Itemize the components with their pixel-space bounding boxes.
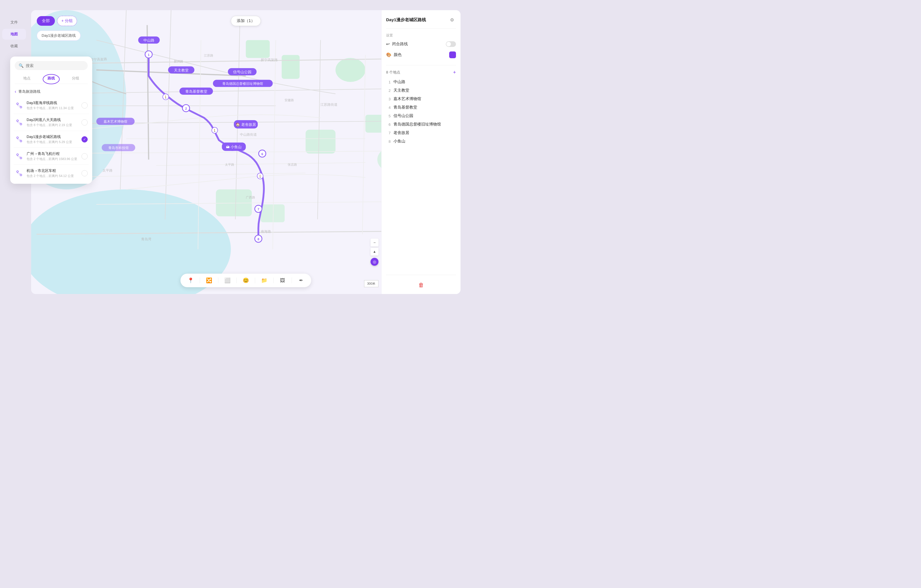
color-swatch[interactable] xyxy=(449,52,456,58)
route-select[interactable] xyxy=(81,153,88,159)
closed-route-toggle[interactable] xyxy=(446,41,456,47)
points-count: 8 个地点 xyxy=(386,70,400,75)
sidebar-tab-路线[interactable]: 路线 xyxy=(39,73,63,84)
svg-point-83 xyxy=(17,120,18,122)
point-item: 3 嘉木艺术博物馆 xyxy=(386,96,456,101)
point-number: 4 xyxy=(386,106,391,110)
point-item: 1 中山路 xyxy=(386,80,456,84)
route-select[interactable] xyxy=(81,119,88,125)
cat-item-地图[interactable]: 地图 xyxy=(2,29,26,40)
route-item[interactable]: Day2闲逛八大关路线 包含 8 个地点，距离约 2.19 公里 xyxy=(13,114,89,131)
zoom-minus-button[interactable]: − xyxy=(371,239,379,247)
location-button[interactable]: ◎ xyxy=(371,258,379,266)
emoji-icon[interactable]: 😊 xyxy=(242,277,249,284)
svg-text:青岛德国总督楼旧址博物馆: 青岛德国总督楼旧址博物馆 xyxy=(222,82,263,85)
svg-text:天主教堂: 天主教堂 xyxy=(174,68,189,72)
point-name: 老舍故居 xyxy=(394,130,409,135)
svg-text:青岛湾: 青岛湾 xyxy=(141,237,151,241)
svg-text:中山路: 中山路 xyxy=(143,39,155,42)
route-name: Day2闲逛八大关路线 xyxy=(27,117,79,122)
point-item: 2 天主教堂 xyxy=(386,88,456,93)
toolbar-divider xyxy=(255,278,255,283)
nav-title: 青岛旅游路线 xyxy=(18,89,41,94)
sidebar-tab-分组[interactable]: 分组 xyxy=(63,73,88,84)
toolbar-divider xyxy=(218,278,218,283)
route-icon[interactable]: 🔀 xyxy=(206,277,212,284)
panel-header: Day1漫步老城区路线 ⚙ xyxy=(386,16,456,24)
route-select[interactable] xyxy=(81,102,88,109)
compass-button[interactable]: ▲ xyxy=(371,248,379,255)
route-item[interactable]: 机场→市北区车程 包含 2 个地点，距离约 54.12 公里 xyxy=(13,165,89,182)
points-header: 8 个地点 + xyxy=(386,70,456,75)
map-container: 胶宁高架路 胶宁高架路 云南路街道 中山路街道 江苏路街道 太平路 南海路 八大… xyxy=(31,10,460,294)
svg-rect-5 xyxy=(306,130,335,154)
route-icon xyxy=(15,169,24,178)
route-select[interactable] xyxy=(81,170,88,176)
btn-all[interactable]: 全部 xyxy=(37,16,55,26)
route-tag-button[interactable]: Day1漫步老城区路线 xyxy=(37,31,81,41)
image-icon[interactable]: 🖼 xyxy=(279,277,286,284)
closed-route-label: ↩ 闭合路线 xyxy=(386,42,408,47)
svg-line-29 xyxy=(147,25,148,160)
route-item[interactable]: Day3逛海岸线路线 包含 9 个地点，距离约 11.34 公里 xyxy=(13,97,89,114)
point-number: 2 xyxy=(386,88,391,93)
route-meta: 包含 8 个地点，距离约 2.19 公里 xyxy=(27,123,79,127)
point-number: 6 xyxy=(386,122,391,127)
settings-icon[interactable]: ⚙ xyxy=(448,16,456,24)
color-row: 🎨 颜色 xyxy=(386,49,456,60)
cat-item-文件[interactable]: 文件 xyxy=(2,17,26,28)
svg-point-89 xyxy=(17,171,18,172)
svg-text:青岛市科技馆: 青岛市科技馆 xyxy=(108,146,129,149)
back-button[interactable]: ‹ xyxy=(15,89,16,94)
svg-text:嘉木艺术博物馆: 嘉木艺术博物馆 xyxy=(104,120,127,123)
route-select[interactable]: ✓ xyxy=(81,136,88,143)
divider-1 xyxy=(386,28,456,29)
delete-button[interactable]: 🗑 xyxy=(418,282,424,288)
point-number: 1 xyxy=(386,80,391,84)
point-item: 7 老舍故居 xyxy=(386,130,456,135)
svg-text:江苏路街道: 江苏路街道 xyxy=(321,102,337,106)
point-number: 3 xyxy=(386,97,391,101)
panel-title: Day1漫步老城区路线 xyxy=(386,17,426,23)
point-item: 4 青岛基督教堂 xyxy=(386,105,456,110)
svg-point-88 xyxy=(20,157,22,159)
pen-icon[interactable]: ✒ xyxy=(298,277,304,284)
point-number: 8 xyxy=(386,140,391,144)
add-button[interactable]: 添加（1） xyxy=(231,16,261,26)
route-item[interactable]: 广州→青岛飞机行程 包含 2 个地点，距离约 1583.96 公里 xyxy=(13,148,89,165)
svg-text:南海路: 南海路 xyxy=(261,229,271,233)
search-input[interactable] xyxy=(26,63,84,68)
route-info: Day1漫步老城区路线 包含 8 个地点，距离约 5.29 公里 xyxy=(27,134,79,144)
map-controls: − ▲ ◎ xyxy=(371,239,379,266)
svg-point-90 xyxy=(20,174,22,176)
add-point-button[interactable]: + xyxy=(453,70,456,75)
route-item[interactable]: Day1漫步老城区路线 包含 8 个地点，距离约 5.29 公里 ✓ xyxy=(13,131,89,148)
svg-point-85 xyxy=(17,137,18,138)
svg-text:胶州路: 胶州路 xyxy=(174,60,183,63)
folder-icon[interactable]: 📁 xyxy=(261,277,268,284)
point-list: 1 中山路 2 天主教堂 3 嘉木艺术博物馆 4 青岛基督教堂 5 信号山公园 … xyxy=(386,80,456,270)
svg-point-81 xyxy=(17,103,18,105)
left-categories: 文件地图收藏 xyxy=(0,10,28,58)
scale-bar: 300米 xyxy=(364,280,379,287)
svg-point-82 xyxy=(20,106,22,108)
svg-point-86 xyxy=(20,140,22,142)
route-info: 机场→市北区车程 包含 2 个地点，距离约 54.12 公里 xyxy=(27,168,79,178)
svg-line-27 xyxy=(362,55,366,234)
route-name: 机场→市北区车程 xyxy=(27,168,79,173)
map-toolbar-bottom: 📍🔀⬜😊📁🖼✒ xyxy=(181,274,311,287)
svg-rect-9 xyxy=(261,205,285,222)
rectangle-icon[interactable]: ⬜ xyxy=(224,277,231,284)
color-label: 🎨 颜色 xyxy=(386,52,402,57)
settings-section: 设置 ↩ 闭合路线 🎨 颜色 xyxy=(386,33,456,60)
cat-item-收藏[interactable]: 收藏 xyxy=(2,41,26,52)
point-item: 8 小鱼山 xyxy=(386,139,456,144)
btn-group[interactable]: + 分组 xyxy=(57,16,77,26)
svg-text:🏔 小鱼山: 🏔 小鱼山 xyxy=(226,145,242,149)
toolbar-divider xyxy=(273,278,273,283)
svg-text:6: 6 xyxy=(261,152,264,156)
svg-point-87 xyxy=(17,154,18,156)
sidebar-tab-地点[interactable]: 地点 xyxy=(15,73,39,84)
right-panel: Day1漫步老城区路线 ⚙ 设置 ↩ 闭合路线 🎨 颜色 xyxy=(381,10,460,294)
location-pin-icon[interactable]: 📍 xyxy=(187,277,194,284)
